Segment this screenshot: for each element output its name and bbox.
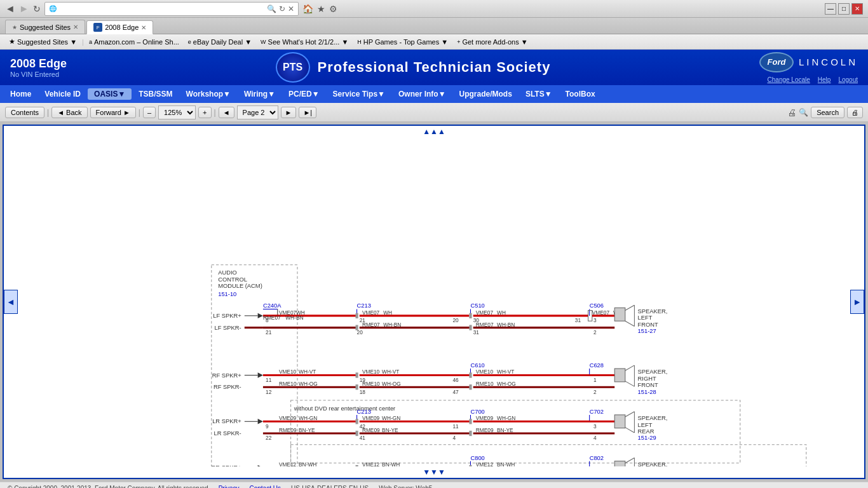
scroll-down-arrow[interactable]: ▼▼▼	[423, 468, 445, 477]
nav-item-upgrade[interactable]: Upgrade/Mods	[453, 88, 519, 100]
bookmark-hp-icon: H	[357, 39, 362, 45]
nav-item-workshop[interactable]: Workshop▼	[180, 88, 237, 100]
svg-text:9: 9	[266, 423, 269, 430]
scroll-up-arrow[interactable]: ▲▲▲	[423, 127, 445, 136]
print-button[interactable]: 🖨	[847, 107, 863, 118]
svg-text:11: 11	[452, 423, 459, 430]
svg-text:WH-OG: WH-OG	[382, 381, 401, 387]
nav-item-slts[interactable]: SLTS▼	[519, 88, 559, 100]
forward-icon[interactable]: ►	[19, 3, 29, 15]
favorites-icon[interactable]: ★	[317, 4, 325, 14]
bookmark-whats-hot[interactable]: W See What's Hot 2/1/2... ▼	[257, 37, 352, 46]
scroll-right-arrow[interactable]: ►	[850, 290, 864, 314]
nav-item-vehicle-id[interactable]: Vehicle ID	[38, 88, 87, 100]
svg-text:WH-OG: WH-OG	[497, 381, 516, 387]
svg-text:REAR: REAR	[638, 428, 654, 435]
help-link[interactable]: Help	[818, 76, 831, 83]
nav-item-pced[interactable]: PC/ED▼	[282, 88, 326, 100]
svg-text:WH-VT: WH-VT	[382, 369, 399, 375]
svg-text:LF SPKR-: LF SPKR-	[215, 325, 241, 331]
svg-text:WH-GN: WH-GN	[299, 415, 317, 421]
svg-text:SPEAKER,: SPEAKER,	[638, 461, 668, 466]
address-bar[interactable]: 🌐 http://www.fordtechservice.dealerconne…	[44, 2, 299, 16]
page-end-button[interactable]: ►|	[299, 107, 316, 118]
bookmark-suggested[interactable]: ★ Suggested Sites ▼	[5, 37, 81, 46]
svg-text:RME07: RME07	[476, 322, 494, 328]
footer-privacy-link[interactable]: Privacy	[219, 485, 240, 488]
footer-contact-link[interactable]: Contact Us	[249, 485, 280, 488]
maximize-button[interactable]: □	[838, 3, 850, 15]
nav-item-wiring[interactable]: Wiring▼	[238, 88, 281, 100]
nav-item-tsb[interactable]: TSB/SSM	[132, 88, 179, 100]
svg-rect-56	[356, 325, 358, 330]
svg-text:RME07: RME07	[263, 315, 281, 321]
svg-text:20: 20	[452, 317, 459, 323]
close-url-icon[interactable]: ✕	[288, 4, 294, 13]
nav-item-oasis[interactable]: OASIS▼	[88, 88, 132, 100]
svg-text:WH-OG: WH-OG	[299, 381, 318, 387]
bookmark-amazon-icon: a	[89, 39, 92, 45]
nav-item-owner-info[interactable]: Owner Info▼	[392, 88, 452, 100]
svg-text:BN-WH: BN-WH	[299, 461, 316, 466]
site-title: Professional Technician Society	[318, 59, 551, 76]
svg-text:MODULE (ACM): MODULE (ACM)	[218, 283, 262, 289]
svg-text:BN-WH: BN-WH	[382, 461, 400, 466]
zoom-select[interactable]: 125%	[158, 105, 196, 119]
tab-2008edge[interactable]: F 2008 Edge ✕	[86, 20, 153, 34]
nav-item-home[interactable]: Home	[4, 88, 37, 100]
zoom-minus-button[interactable]: –	[143, 107, 156, 118]
svg-text:RIGHT: RIGHT	[638, 376, 656, 382]
content-toolbar: Contents | ◄ Back Forward ► | – 125% + |…	[0, 103, 868, 122]
svg-text:C240A: C240A	[263, 302, 281, 309]
tab-suggested-sites[interactable]: ★ Suggested Sites ✕	[5, 20, 85, 34]
back-icon[interactable]: ◄	[5, 3, 15, 15]
tools-icon[interactable]: ⚙	[329, 4, 337, 14]
page-select[interactable]: Page 2	[237, 105, 278, 119]
url-input[interactable]: http://www.fordtechservice.dealerconnect…	[59, 5, 264, 13]
svg-line-41	[625, 321, 635, 326]
search-button[interactable]: Search	[811, 107, 844, 118]
nav-item-service-tips[interactable]: Service Tips▼	[327, 88, 391, 100]
home-icon[interactable]: 🏠	[302, 4, 313, 14]
header-right-area: Ford LINCOLN Change Locale Help Logout	[759, 52, 858, 83]
svg-text:WH-GN: WH-GN	[382, 415, 400, 421]
bookmark-addons[interactable]: + Get more Add-ons ▼	[453, 37, 531, 46]
svg-text:VME12: VME12	[362, 461, 380, 466]
nav-bar: Home Vehicle ID OASIS▼ TSB/SSM Workshop▼…	[0, 85, 868, 103]
logout-link[interactable]: Logout	[838, 76, 858, 83]
close-button[interactable]: ✕	[851, 3, 863, 15]
zoom-plus-button[interactable]: +	[198, 107, 211, 118]
contents-button[interactable]: Contents	[5, 107, 44, 118]
svg-line-182	[625, 458, 635, 463]
change-locale-link[interactable]: Change Locale	[768, 76, 810, 83]
svg-text:151-10: 151-10	[218, 291, 236, 297]
ford-oval: Ford	[759, 52, 794, 72]
minimize-button[interactable]: —	[825, 3, 836, 15]
bookmark-addons-icon: +	[457, 39, 460, 45]
page-forward-button[interactable]: ►	[281, 107, 297, 118]
page-back-button[interactable]: ◄	[219, 107, 234, 118]
bookmark-amazon[interactable]: a Amazon.com – Online Sh...	[85, 37, 183, 46]
refresh-url-icon[interactable]: ↻	[279, 4, 285, 13]
svg-text:VME09: VME09	[279, 415, 297, 421]
forward-button[interactable]: Forward ►	[90, 107, 136, 118]
back-button[interactable]: ◄ Back	[51, 107, 87, 118]
svg-text:BN-YE: BN-YE	[382, 427, 398, 433]
svg-rect-127	[356, 419, 358, 424]
nav-item-toolbox[interactable]: ToolBox	[559, 88, 602, 100]
svg-text:12: 12	[266, 389, 272, 395]
bookmark-ebay[interactable]: e eBay Daily Deal ▼	[184, 37, 255, 46]
svg-rect-77	[356, 372, 358, 377]
svg-text:WH-VT: WH-VT	[497, 369, 514, 375]
svg-line-88	[625, 381, 635, 386]
scroll-left-arrow[interactable]: ◄	[4, 290, 18, 314]
refresh-icon[interactable]: ↻	[33, 4, 41, 14]
tab-close-1[interactable]: ✕	[73, 24, 78, 30]
svg-text:WH-BN: WH-BN	[383, 322, 401, 328]
footer: © Copyright 2000, 2001-2013, Ford Motor …	[0, 482, 868, 488]
tab-close-2[interactable]: ✕	[141, 24, 146, 31]
svg-line-137	[625, 412, 635, 417]
svg-rect-157	[469, 431, 471, 436]
bookmark-hp-games[interactable]: H HP Games - Top Games ▼	[353, 37, 452, 46]
svg-text:BN-WH: BN-WH	[497, 461, 515, 466]
